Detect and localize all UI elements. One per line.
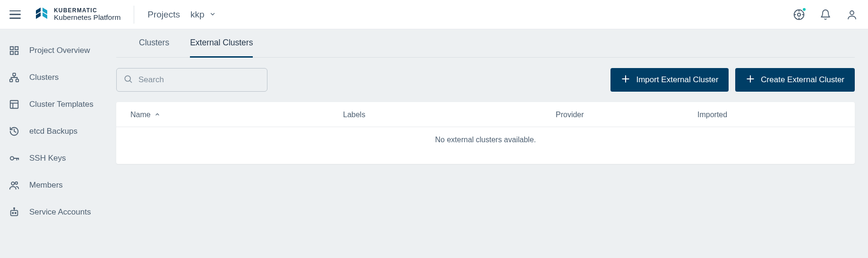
robot-icon: [9, 206, 20, 218]
create-external-cluster-button[interactable]: Create External Cluster: [735, 68, 855, 92]
svg-rect-17: [16, 79, 18, 82]
members-icon: [9, 180, 20, 191]
toolbar: Import External Cluster Create External …: [116, 68, 855, 92]
search-icon: [123, 74, 133, 86]
sidebar-item-label: Project Overview: [29, 46, 90, 55]
table-header-row: Name Labels Provider Imported: [116, 102, 855, 127]
svg-rect-18: [10, 100, 18, 108]
brand-logo-block[interactable]: KUBERMATIC Kubernetes Platform: [34, 6, 134, 24]
cluster-icon: [9, 72, 20, 83]
project-selector[interactable]: kkp: [190, 9, 216, 20]
svg-point-25: [11, 182, 14, 185]
sidebar-item-clusters[interactable]: Clusters: [0, 64, 116, 91]
brand-line2: Kubernetes Platform: [54, 14, 120, 21]
sidebar-item-members[interactable]: Members: [0, 172, 116, 198]
button-label: Create External Cluster: [761, 75, 844, 85]
search-box[interactable]: [116, 68, 267, 92]
column-header-name[interactable]: Name: [130, 111, 343, 119]
svg-point-29: [15, 212, 16, 213]
svg-point-26: [15, 181, 17, 184]
plus-icon: [746, 74, 755, 86]
sidebar-item-service-accounts[interactable]: Service Accounts: [0, 198, 116, 225]
sort-ascending-icon: [155, 112, 160, 119]
chevron-down-icon: [209, 9, 216, 20]
user-menu-button[interactable]: [845, 8, 859, 21]
menu-toggle-button[interactable]: [9, 10, 21, 19]
topbar: KUBERMATIC Kubernetes Platform Projects …: [0, 0, 868, 29]
svg-rect-14: [15, 51, 18, 54]
tabs: Clusters External Clusters: [116, 29, 855, 58]
sidebar-item-label: Cluster Templates: [29, 100, 94, 109]
plus-icon: [621, 74, 630, 86]
project-selector-label: kkp: [190, 9, 205, 20]
sidebar-item-label: SSH Keys: [29, 154, 66, 163]
svg-rect-27: [11, 210, 18, 215]
svg-rect-12: [15, 46, 18, 49]
svg-rect-13: [10, 51, 13, 54]
external-clusters-table: Name Labels Provider Imported No externa…: [116, 102, 855, 164]
changelog-button[interactable]: [792, 8, 806, 21]
button-label: Import External Cluster: [636, 75, 718, 85]
breadcrumb-projects-link[interactable]: Projects: [147, 9, 180, 20]
sidebar-item-label: etcd Backups: [29, 127, 77, 136]
tab-clusters[interactable]: Clusters: [139, 38, 169, 58]
notifications-button[interactable]: [819, 8, 832, 21]
main-content: Clusters External Clusters Import Extern…: [116, 29, 868, 258]
sidebar-item-label: Service Accounts: [29, 207, 91, 217]
backup-icon: [9, 126, 20, 137]
kubermatic-logo-icon: [34, 8, 49, 22]
svg-point-28: [12, 212, 13, 213]
column-header-provider[interactable]: Provider: [556, 111, 697, 119]
search-input[interactable]: [138, 75, 260, 85]
svg-point-5: [798, 13, 801, 16]
sidebar-item-cluster-templates[interactable]: Cluster Templates: [0, 91, 116, 118]
sidebar-item-label: Members: [29, 181, 63, 190]
svg-line-33: [130, 81, 132, 83]
table-empty-message: No external clusters available.: [116, 127, 855, 164]
breadcrumb: Projects kkp: [147, 9, 215, 20]
sidebar-item-etcd-backups[interactable]: etcd Backups: [0, 118, 116, 145]
sidebar-item-project-overview[interactable]: Project Overview: [0, 37, 116, 64]
tab-external-clusters[interactable]: External Clusters: [190, 38, 253, 58]
topbar-right-icons: [792, 8, 859, 21]
notification-dot-icon: [802, 7, 807, 12]
sidebar-item-ssh-keys[interactable]: SSH Keys: [0, 145, 116, 172]
svg-rect-15: [13, 73, 16, 76]
brand-line1: KUBERMATIC: [54, 8, 120, 14]
grid-icon: [9, 45, 20, 56]
column-header-imported[interactable]: Imported: [697, 111, 841, 119]
svg-point-10: [850, 11, 854, 15]
template-icon: [9, 99, 20, 110]
key-icon: [9, 153, 20, 164]
import-external-cluster-button[interactable]: Import External Cluster: [610, 68, 729, 92]
sidebar: Project Overview Clusters Cluster Templa…: [0, 29, 116, 258]
svg-point-21: [10, 156, 14, 160]
svg-rect-11: [10, 46, 13, 49]
column-header-name-label: Name: [130, 111, 151, 119]
sidebar-item-label: Clusters: [29, 73, 59, 82]
brand-text: KUBERMATIC Kubernetes Platform: [54, 8, 120, 21]
column-header-labels[interactable]: Labels: [343, 111, 556, 119]
svg-rect-16: [10, 79, 13, 82]
